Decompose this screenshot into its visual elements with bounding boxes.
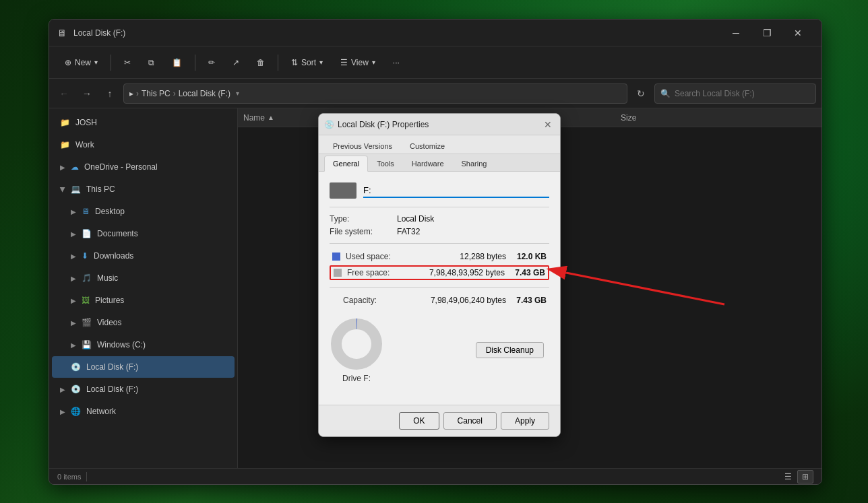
dialog-content: Type: Local Disk File system: FAT32 Used… [319, 172, 560, 405]
restore-button[interactable]: ❐ [751, 22, 782, 44]
disk-cleanup-button[interactable]: Disk Cleanup [476, 342, 544, 358]
new-icon: ⊕ [65, 58, 71, 67]
view-chevron-icon: ▾ [372, 59, 375, 66]
sidebar-item-pictures[interactable]: ▶ 🖼 Pictures [52, 290, 235, 311]
sidebar-item-downloads[interactable]: ▶ ⬇ Downloads [52, 245, 235, 267]
search-input[interactable] [675, 89, 810, 98]
breadcrumb-bar[interactable]: ▸ › This PC › Local Disk (F:) ▾ [123, 83, 627, 104]
chart-area: Drive F: Disk Cleanup [330, 312, 549, 389]
sidebar-label-windowsc: Windows (C:) [97, 340, 146, 349]
desktop-icon: 🖥 [82, 207, 90, 216]
sort-button[interactable]: ⇅ Sort ▾ [284, 51, 330, 74]
folder-icon: 📁 [60, 118, 70, 127]
tab-tools-label: Tools [377, 160, 394, 168]
expand-icon-videos: ▶ [71, 319, 76, 327]
new-button[interactable]: ⊕ New ▾ [57, 51, 105, 74]
donut-chart: Drive F: [330, 317, 383, 383]
ok-button[interactable]: OK [399, 412, 439, 430]
up-button[interactable]: ↑ [100, 84, 119, 103]
tab-sharing[interactable]: Sharing [453, 156, 496, 171]
header-size[interactable]: Size [615, 113, 683, 123]
rename-button[interactable]: ✏ [201, 51, 222, 74]
tab-customize[interactable]: Customize [401, 138, 454, 154]
sidebar-item-localdisk-f[interactable]: ▶ 💿 Local Disk (F:) [52, 378, 235, 400]
sidebar-item-network[interactable]: ▶ 🌐 Network [52, 401, 235, 422]
free-color-box [334, 269, 342, 277]
dialog-title-bar: 💿 Local Disk (F:) Properties ✕ [319, 114, 560, 135]
header-name-label: Name [243, 113, 265, 123]
sidebar-label-thispc: This PC [86, 185, 115, 194]
status-bar: 0 items ☰ ⊞ [49, 468, 822, 484]
capacity-bytes: 7,98,49,06,240 bytes [394, 296, 506, 305]
search-bar[interactable]: 🔍 [654, 83, 816, 104]
sidebar-item-josh[interactable]: 📁 JOSH [52, 112, 235, 133]
localdisk-icon-active: 💿 [71, 362, 81, 372]
toolbar-separator-3 [278, 55, 278, 71]
sidebar-item-documents[interactable]: ▶ 📄 Documents [52, 223, 235, 244]
divider-1 [330, 207, 549, 207]
tab-previous-versions[interactable]: Previous Versions [324, 138, 401, 154]
share-icon: ↗ [232, 58, 239, 67]
sidebar-item-thispc[interactable]: ▶ 💻 This PC [52, 178, 235, 200]
tab-hardware[interactable]: Hardware [403, 156, 453, 171]
view-label: View [351, 58, 369, 67]
sidebar: 📁 JOSH 📁 Work ▶ ☁ OneDrive - Personal ▶ … [49, 108, 238, 468]
refresh-button[interactable]: ↻ [631, 84, 650, 103]
share-button[interactable]: ↗ [225, 51, 247, 74]
dialog-icon-row [330, 182, 549, 199]
used-space-bytes: 12,288 bytes [400, 252, 506, 261]
view-button[interactable]: ☰ View ▾ [333, 51, 383, 74]
expand-icon-desktop: ▶ [71, 208, 76, 215]
delete-button[interactable]: 🗑 [249, 51, 272, 74]
videos-icon: 🎬 [82, 318, 92, 327]
view-mode-buttons: ☰ ⊞ [780, 470, 813, 483]
paste-button[interactable]: 📋 [164, 51, 189, 74]
list-view-button[interactable]: ☰ [780, 470, 796, 483]
sidebar-item-onedrive[interactable]: ▶ ☁ OneDrive - Personal [52, 156, 235, 178]
sidebar-label-network: Network [86, 407, 116, 416]
free-space-bytes: 7,98,48,93,952 bytes [401, 268, 505, 277]
folder-icon-work: 📁 [60, 140, 70, 149]
dialog-name-input[interactable] [363, 183, 549, 198]
window-title: Local Disk (F:) [73, 28, 720, 38]
dialog-drive-icon [330, 182, 356, 199]
sidebar-item-localdisk-f-active[interactable]: 💿 Local Disk (F:) [52, 356, 235, 378]
capacity-row: Capacity: 7,98,49,06,240 bytes 7.43 GB [330, 294, 549, 306]
dialog-close-button[interactable]: ✕ [541, 118, 555, 131]
tab-tools[interactable]: Tools [368, 156, 403, 171]
pictures-icon: 🖼 [82, 296, 90, 305]
sidebar-label-music: Music [97, 273, 118, 283]
sort-label: Sort [301, 58, 316, 67]
more-button[interactable]: ··· [385, 51, 407, 74]
sidebar-item-windows-c[interactable]: ▶ 💾 Windows (C:) [52, 334, 235, 356]
sidebar-label-work: Work [75, 140, 94, 149]
tab-customize-label: Customize [410, 142, 445, 150]
cut-button[interactable]: ✂ [117, 51, 138, 74]
capacity-size: 7.43 GB [506, 296, 547, 305]
back-button[interactable]: ← [55, 84, 73, 103]
sidebar-item-work[interactable]: 📁 Work [52, 134, 235, 156]
tab-hardware-label: Hardware [412, 160, 444, 168]
window-controls: ─ ❐ ✕ [720, 22, 813, 44]
minimize-button[interactable]: ─ [720, 22, 751, 44]
sidebar-label-onedrive: OneDrive - Personal [84, 162, 158, 172]
expand-icon-music: ▶ [71, 275, 76, 282]
breadcrumb-localdisk[interactable]: Local Disk (F:) [179, 89, 230, 98]
drive-label: Drive F: [342, 374, 371, 383]
view-icon: ☰ [340, 58, 348, 67]
grid-view-button[interactable]: ⊞ [797, 470, 813, 483]
dialog-footer: OK Cancel Apply [319, 405, 560, 436]
tab-general[interactable]: General [324, 156, 368, 172]
cancel-button[interactable]: Cancel [443, 412, 497, 430]
forward-button[interactable]: → [78, 84, 96, 103]
properties-dialog: 💿 Local Disk (F:) Properties ✕ Previous … [318, 113, 561, 437]
toolbar: ⊕ New ▾ ✂ ⧉ 📋 ✏ ↗ 🗑 ⇅ Sort ▾ ☰ [49, 46, 822, 79]
sidebar-item-videos[interactable]: ▶ 🎬 Videos [52, 312, 235, 333]
apply-button[interactable]: Apply [501, 412, 549, 430]
close-button[interactable]: ✕ [782, 22, 813, 44]
breadcrumb-dropdown-icon: ▾ [236, 90, 239, 97]
sidebar-item-music[interactable]: ▶ 🎵 Music [52, 267, 235, 289]
sidebar-item-desktop[interactable]: ▶ 🖥 Desktop [52, 201, 235, 222]
copy-button[interactable]: ⧉ [141, 51, 162, 74]
breadcrumb-thispc[interactable]: This PC [142, 89, 170, 98]
